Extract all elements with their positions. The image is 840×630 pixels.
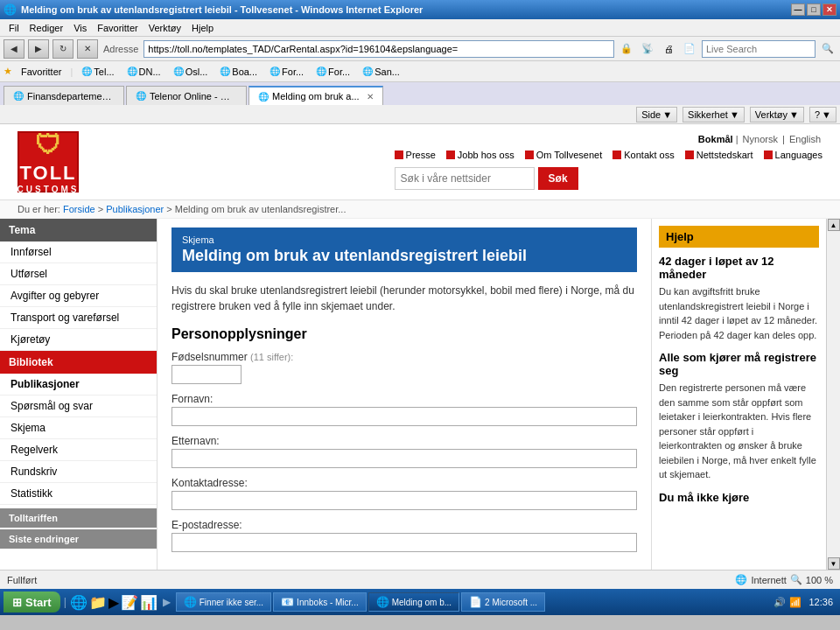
taskbar-btn-3[interactable]: 📄 2 Microsoft ... <box>461 592 545 612</box>
sidebar-kjoretoy[interactable]: Kjøretøy <box>0 329 157 351</box>
ie-search-input[interactable] <box>702 40 816 58</box>
sidebar-utforsel[interactable]: Utførsel <box>0 263 157 285</box>
refresh-button[interactable]: ↻ <box>52 39 74 59</box>
fav-label-2: Osl... <box>186 66 208 77</box>
tab-2[interactable]: 🌐 Melding om bruk a... ✕ <box>248 86 383 105</box>
back-button[interactable]: ◀ <box>4 39 24 59</box>
siste-header[interactable]: Siste endringer <box>0 529 157 549</box>
sidebar-transport[interactable]: Transport og vareførsel <box>0 307 157 329</box>
breadcrumb-publikasjoner[interactable]: Publikasjoner <box>106 204 164 214</box>
help-section-text-1: Den registrerte personen må være den sam… <box>659 381 819 482</box>
input-kontaktadresse[interactable] <box>172 491 637 510</box>
label-fodselsnummer: Fødselsnummer (11 siffer): <box>172 351 637 363</box>
sidebar-sporsmal[interactable]: Spørsmål og svar <box>0 396 157 417</box>
ie-search-button[interactable]: 🔍 <box>819 40 836 58</box>
lang-nynorsk[interactable]: Nynorsk <box>743 134 778 144</box>
nav-nettstedskart[interactable]: Nettstedskart <box>685 150 753 160</box>
menu-bar: Fil Rediger Vis Favoritter Verktøy Hjelp <box>0 19 840 37</box>
lang-english[interactable]: English <box>789 134 821 144</box>
bibliotek-section-header[interactable]: Bibliotek <box>0 351 157 374</box>
menu-help[interactable]: Hjelp <box>186 21 219 35</box>
sidebar-innforsel[interactable]: Innførsel <box>0 242 157 263</box>
sidebar-avgifter[interactable]: Avgifter og gebyrer <box>0 285 157 307</box>
sidebar-rundskriv[interactable]: Rundskriv <box>0 461 157 483</box>
taskbar-word-icon[interactable]: 📝 <box>121 594 138 611</box>
sidebar-statistikk[interactable]: Statistikk <box>0 483 157 505</box>
print-icon[interactable]: 🖨 <box>660 40 677 58</box>
fav-label-0: Tel... <box>94 66 114 77</box>
tema-section-header[interactable]: Tema <box>0 219 157 242</box>
nav-kontakt-label: Kontakt oss <box>624 150 674 160</box>
address-bar: ◀ ▶ ↻ ✕ Adresse 🔒 📡 🖨 📄 🔍 <box>0 37 840 61</box>
tools-button[interactable]: Verktøy ▼ <box>750 107 804 122</box>
fav-item-2[interactable]: 🌐 Osl... <box>170 65 212 79</box>
field-fornavn: Fornavn: <box>172 393 637 426</box>
fav-item-0[interactable]: 🌐 Tel... <box>78 65 117 79</box>
input-fodselsnummer[interactable] <box>172 365 242 384</box>
tab-1[interactable]: 🌐 Telenor Online - Onlin... <box>126 86 247 105</box>
favorites-button[interactable]: Favoritter <box>18 65 65 79</box>
scroll-up-arrow[interactable]: ▲ <box>828 219 840 231</box>
menu-tools[interactable]: Verktøy <box>144 21 186 35</box>
taskbar-media-icon[interactable]: ▶ <box>108 594 119 611</box>
menu-view[interactable]: Vis <box>68 21 92 35</box>
side-button[interactable]: Side ▼ <box>636 107 677 122</box>
sidebar-skjema[interactable]: Skjema <box>0 417 157 439</box>
input-epostadresse[interactable] <box>172 533 637 552</box>
help-button[interactable]: ? ▼ <box>809 107 836 122</box>
sidebar-publikasjoner[interactable]: Publikasjoner <box>0 374 157 396</box>
help-chevron: ▼ <box>822 109 831 120</box>
input-etternavn[interactable] <box>172 449 637 468</box>
lang-bokmaal[interactable]: Bokmål <box>698 134 733 144</box>
fav-icon-3: 🌐 <box>220 66 230 76</box>
taskbar-btn-1[interactable]: 📧 Innboks - Micr... <box>273 592 367 612</box>
menu-edit[interactable]: Rediger <box>24 21 69 35</box>
taskbar-ie-icon[interactable]: 🌐 <box>70 594 88 611</box>
header-right: Bokmål | Nynorsk | English Presse Jobb h… <box>395 134 822 190</box>
fav-label-6: San... <box>374 66 400 77</box>
tab-0[interactable]: 🌐 Finansdepartementet... <box>4 86 124 105</box>
nav-presse[interactable]: Presse <box>395 150 436 160</box>
nav-kontakt[interactable]: Kontakt oss <box>612 150 674 160</box>
nav-om[interactable]: Om Tollvesenet <box>525 150 603 160</box>
sidebar-regelverk[interactable]: Regelverk <box>0 439 157 461</box>
scrollbar[interactable]: ▲ ▼ <box>826 219 840 570</box>
page-content: 🛡 TOLL CUSTOMS Bokmål | Nynorsk | Englis… <box>0 124 840 570</box>
security-button[interactable]: Sikkerhet ▼ <box>682 107 745 122</box>
tolltariffen-header[interactable]: Tolltariffen <box>0 508 157 528</box>
breadcrumb: Du er her: Forside > Publikasjoner > Mel… <box>0 200 840 219</box>
forward-button[interactable]: ▶ <box>28 39 49 59</box>
maximize-button[interactable]: □ <box>807 4 821 16</box>
help-section-2: Du må ikke kjøre <box>659 491 819 504</box>
fav-item-6[interactable]: 🌐 San... <box>359 65 403 79</box>
fav-item-1[interactable]: 🌐 DN... <box>123 65 164 79</box>
start-button[interactable]: ⊞ Start <box>4 592 60 612</box>
nav-languages[interactable]: Languages <box>764 150 822 160</box>
tab-close-2[interactable]: ✕ <box>367 92 374 102</box>
scroll-down-arrow[interactable]: ▼ <box>828 557 840 570</box>
fav-item-4[interactable]: 🌐 For... <box>266 65 307 79</box>
stop-button[interactable]: ✕ <box>77 39 98 59</box>
taskbar-btn-2[interactable]: 🌐 Melding om b... <box>368 592 459 612</box>
page-icon[interactable]: 📄 <box>681 40 698 58</box>
rss-icon[interactable]: 📡 <box>639 40 656 58</box>
minimize-button[interactable]: — <box>791 4 805 16</box>
taskbar-btn-0[interactable]: 🌐 Finner ikke ser... <box>176 592 271 612</box>
site-header: 🛡 TOLL CUSTOMS Bokmål | Nynorsk | Englis… <box>0 124 840 200</box>
menu-file[interactable]: Fil <box>4 21 24 35</box>
input-fornavn[interactable] <box>172 407 637 426</box>
url-input[interactable] <box>144 40 614 58</box>
fav-label-3: Boa... <box>232 66 257 77</box>
fav-item-5[interactable]: 🌐 For... <box>312 65 354 79</box>
site-search-button[interactable]: Søk <box>538 167 578 190</box>
fav-item-3[interactable]: 🌐 Boa... <box>216 65 261 79</box>
status-globe-icon: 🌐 <box>735 574 747 585</box>
menu-favorites[interactable]: Favoritter <box>92 21 143 35</box>
nav-jobb[interactable]: Jobb hos oss <box>446 150 514 160</box>
shield-icon: 🛡 <box>35 130 61 160</box>
taskbar-excel-icon[interactable]: 📊 <box>140 594 158 611</box>
breadcrumb-forside[interactable]: Forside <box>63 204 95 214</box>
site-search-input[interactable] <box>395 167 535 190</box>
taskbar-folder-icon[interactable]: 📁 <box>89 594 107 611</box>
close-button[interactable]: ✕ <box>822 4 836 16</box>
